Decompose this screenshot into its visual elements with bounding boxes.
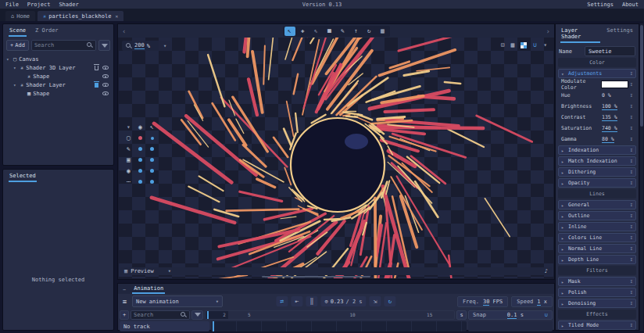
collapse-right-icon[interactable]: › bbox=[542, 24, 554, 38]
layer-dot[interactable] bbox=[146, 167, 158, 174]
pen-icon[interactable]: ✎ bbox=[123, 145, 134, 152]
reset-icon[interactable]: ↧ bbox=[630, 147, 633, 153]
reset-icon[interactable]: ↧ bbox=[630, 235, 633, 241]
reset-icon[interactable]: ↧ bbox=[630, 92, 633, 98]
tool-brush[interactable]: ✎ bbox=[338, 27, 349, 36]
fit-frame-icon[interactable]: ⊡ bbox=[501, 41, 505, 48]
prop-saturation[interactable]: Saturation740 %↧ bbox=[558, 124, 636, 133]
track-area[interactable] bbox=[211, 321, 467, 331]
eye-icon[interactable]: ◉ bbox=[123, 167, 134, 174]
group-denoising[interactable]: ▸Denoising↧ bbox=[558, 299, 636, 308]
search-input[interactable]: Search bbox=[31, 40, 96, 51]
reset-icon[interactable]: ↧ bbox=[630, 245, 633, 252]
reset-icon[interactable]: ↧ bbox=[630, 224, 633, 230]
playhead[interactable] bbox=[213, 321, 214, 331]
transparency-toggle-icon[interactable] bbox=[521, 42, 527, 48]
time-current[interactable]: 0.23 bbox=[331, 299, 344, 305]
prop-hue[interactable]: Hue0 %↧ bbox=[558, 91, 636, 100]
tool-arrowup[interactable]: ↑ bbox=[351, 27, 362, 36]
expander-icon[interactable]: ▾ bbox=[6, 56, 11, 62]
eye-icon[interactable] bbox=[102, 74, 109, 78]
tool-rotate[interactable]: ↻ bbox=[364, 27, 375, 36]
layer-dot[interactable] bbox=[146, 178, 158, 185]
collapse-left-icon[interactable]: ‹ bbox=[118, 24, 130, 38]
tab-selected[interactable]: Selected bbox=[9, 172, 37, 182]
group-match-indexation[interactable]: ▸Match Indexation↧ bbox=[558, 156, 636, 166]
track-filter-button[interactable] bbox=[191, 310, 203, 320]
squareo-icon[interactable]: ▢ bbox=[123, 134, 134, 141]
group-mask[interactable]: ▸Mask↧ bbox=[558, 277, 636, 286]
preview-dropdown-icon[interactable]: ▾ bbox=[168, 268, 171, 274]
tab-z-order[interactable]: Z Order bbox=[34, 27, 59, 37]
layer-dot[interactable] bbox=[134, 167, 146, 174]
reset-icon[interactable]: ↧ bbox=[630, 136, 633, 142]
reset-icon[interactable]: ↧ bbox=[630, 81, 633, 88]
prop-value[interactable]: 100 % bbox=[602, 103, 617, 110]
animation-menu-icon[interactable]: ≡ bbox=[120, 298, 130, 306]
reset-icon[interactable]: ↧ bbox=[630, 103, 633, 109]
tool-multiselect[interactable]: ⇖ bbox=[311, 27, 322, 36]
eye-icon[interactable]: ◉ bbox=[134, 124, 146, 131]
group-adjustments[interactable]: ▾Adjustments↧ bbox=[558, 69, 636, 78]
tab-home[interactable]: ⌂ Home bbox=[5, 11, 35, 21]
prop-value[interactable]: 740 % bbox=[602, 125, 617, 132]
group-depth-line[interactable]: ▸Depth Line↧ bbox=[558, 255, 636, 264]
group-general[interactable]: ▸General↧ bbox=[558, 200, 636, 209]
tree-item-shape[interactable]: ✳Shape bbox=[6, 72, 110, 81]
zoom-value[interactable]: 200 bbox=[134, 42, 145, 49]
reset-icon[interactable]: ↧ bbox=[630, 300, 633, 306]
menu-project[interactable]: Project bbox=[27, 2, 51, 8]
reset-icon[interactable]: ↧ bbox=[630, 125, 633, 131]
reset-icon[interactable]: ↧ bbox=[630, 213, 633, 219]
layer-dot[interactable] bbox=[134, 156, 146, 163]
inspector-scrollbar[interactable] bbox=[640, 23, 643, 331]
reset-icon[interactable]: ↧ bbox=[630, 169, 633, 175]
reset-icon[interactable]: ↧ bbox=[630, 70, 633, 77]
reset-icon[interactable]: ↧ bbox=[630, 202, 633, 208]
group-opacity[interactable]: ▸Opacity↧ bbox=[558, 178, 636, 188]
group-inline[interactable]: ▸Inline↧ bbox=[558, 222, 636, 231]
magnet-dropdown-icon[interactable]: ▾ bbox=[543, 41, 547, 48]
add-button[interactable]: +Add bbox=[6, 40, 29, 51]
skip-to-start-icon[interactable]: ⇤ bbox=[291, 296, 302, 306]
group-indexation[interactable]: ▸Indexation↧ bbox=[558, 145, 636, 155]
tool-pan[interactable]: ✚ bbox=[298, 27, 309, 36]
group-colors-line[interactable]: ▸Colors Line↧ bbox=[558, 233, 636, 242]
trash-icon[interactable] bbox=[95, 66, 98, 70]
eye-icon[interactable] bbox=[102, 91, 109, 95]
tool-marquee[interactable]: ▦ bbox=[377, 27, 388, 36]
tool-select[interactable]: ↖ bbox=[284, 27, 295, 36]
add-track-button[interactable]: + bbox=[120, 310, 129, 320]
group-normal-line[interactable]: ▸Normal Line↧ bbox=[558, 244, 636, 253]
trash-icon[interactable] bbox=[95, 83, 98, 88]
menu-about[interactable]: About bbox=[622, 2, 639, 8]
prop-value[interactable]: 0 % bbox=[602, 92, 611, 98]
reset-icon[interactable]: ↧ bbox=[630, 114, 633, 120]
tree-item-shader-3d-layer[interactable]: ▾✳Shader 3D Layer bbox=[6, 63, 110, 72]
canvas[interactable]: 200 % ▾ ⊡ ▦ ∪ ▾ ▾◉↖▢✎▣◉⋯ ▦ Preview ▾ ♪ bbox=[119, 38, 553, 278]
prop-contrast[interactable]: Contrast135 %↧ bbox=[558, 113, 636, 122]
fit-timeline-icon[interactable]: ⇲ bbox=[370, 296, 381, 306]
group-outline[interactable]: ▸Outline↧ bbox=[558, 211, 636, 220]
tab-layer-shader[interactable]: Layer Shader bbox=[560, 27, 600, 43]
magnet-icon[interactable]: ∪ bbox=[533, 41, 537, 48]
zoom-dropdown-icon[interactable]: ▾ bbox=[163, 43, 166, 49]
reset-icon[interactable]: ↧ bbox=[630, 158, 633, 164]
reset-icon[interactable]: ↧ bbox=[630, 278, 633, 285]
reset-icon[interactable]: ↧ bbox=[630, 180, 633, 186]
tool-rect[interactable]: ■ bbox=[324, 27, 335, 36]
prop-value[interactable]: 80 % bbox=[602, 136, 614, 143]
menu-file[interactable]: File bbox=[5, 2, 19, 8]
name-input[interactable]: Sweetie bbox=[585, 46, 635, 56]
menu-shader[interactable]: Shader bbox=[59, 2, 78, 8]
prop-brightness[interactable]: Brightness100 %↧ bbox=[558, 102, 636, 111]
snap-control[interactable]: Snap 0.1 s ∪ bbox=[468, 310, 553, 320]
close-tab-icon[interactable]: ✕ bbox=[115, 13, 118, 19]
eye-icon[interactable] bbox=[102, 83, 109, 87]
grid-toggle-icon[interactable]: ▦ bbox=[511, 41, 515, 48]
loop-playback-icon[interactable]: ↻ bbox=[385, 296, 396, 306]
color-swatch[interactable] bbox=[601, 81, 628, 88]
freq-control[interactable]: Freq. 30 FPS bbox=[457, 296, 508, 307]
reset-icon[interactable]: ↧ bbox=[630, 256, 633, 263]
prop-modulate-color[interactable]: Modulate Color↧ bbox=[558, 80, 636, 89]
